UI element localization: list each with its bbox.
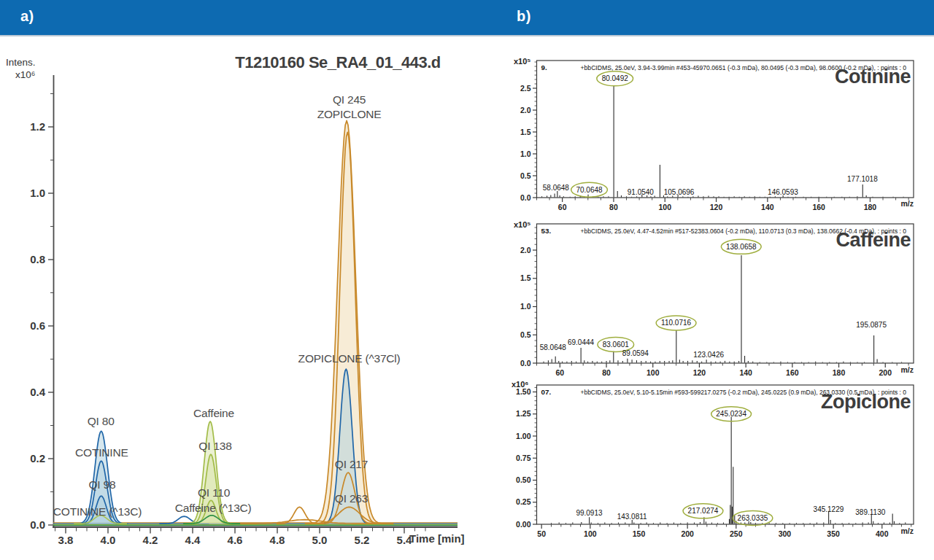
chrom-label-QI-263: QI 263 xyxy=(335,492,368,505)
chrom-label-COTININE-13C-: COTININE (^13C) xyxy=(53,505,142,518)
x-tick-label: 160 xyxy=(812,203,825,211)
chrom-label-ZOPICLONE: ZOPICLONE xyxy=(317,108,382,120)
y-axis-scale: x10⁶ xyxy=(15,69,35,80)
y-tick-label: 1.5 xyxy=(520,128,531,136)
ms-label-345.1229: 345.1229 xyxy=(814,505,844,513)
x-tick-label: 100 xyxy=(584,529,597,538)
y-tick-label: 0.0 xyxy=(520,193,531,202)
ms-label-58.0648: 58.0648 xyxy=(543,184,570,192)
ms-label-89.0594: 89.0594 xyxy=(622,349,649,357)
y-tick-label: 0.2 xyxy=(30,452,45,464)
peak-prepeak-4.9 xyxy=(277,507,323,524)
panel-b-label: b) xyxy=(517,8,531,25)
y-tick-label: 0.75 xyxy=(516,454,531,462)
ms-label-69.0444: 69.0444 xyxy=(568,338,595,346)
ms-label-195.0875: 195.0875 xyxy=(856,321,887,329)
spectrum-title-cotinine: Cotinine xyxy=(693,66,911,88)
x-tick-label: 200 xyxy=(681,529,694,538)
x-tick-label: 5.0 xyxy=(312,534,328,546)
ms-label-389.1130: 389.1130 xyxy=(855,508,885,516)
x-tick-label: 4.2 xyxy=(143,534,158,546)
y-tick-label: 2.5 xyxy=(520,84,531,93)
y-tick-label: 1.2 xyxy=(30,120,45,133)
y-tick-label: 0.0 xyxy=(520,359,531,368)
spectrum1-y-scale: x10⁵ xyxy=(514,57,531,66)
x-tick-label: 60 xyxy=(558,203,567,211)
y-tick-label: 1.5 xyxy=(520,273,531,282)
y-tick-label: 0.8 xyxy=(30,253,45,265)
spectrum-index-label: 53. xyxy=(541,227,552,235)
x-tick-label: 160 xyxy=(786,368,799,377)
chrom-label-ZOPICLONE-37Cl-: ZOPICLONE (^37Cl) xyxy=(298,352,401,365)
chrom-label-QI-245: QI 245 xyxy=(333,93,366,106)
x-tick-label: 100 xyxy=(658,203,671,211)
x-tick-label: 80 xyxy=(602,368,611,377)
x-tick-label: 3.8 xyxy=(58,534,74,546)
ms-label-217.0274: 217.0274 xyxy=(688,507,719,515)
y-tick-label: 2.0 xyxy=(520,246,531,254)
y-tick-label: 0.6 xyxy=(30,319,45,332)
ms-label-105.0696: 105.0696 xyxy=(664,188,695,196)
spectrum3-y-scale: x10⁶ xyxy=(512,380,528,389)
x-tick-label: 140 xyxy=(761,203,774,211)
ms-label-70.0648: 70.0648 xyxy=(576,186,603,194)
y-tick-label: 0.25 xyxy=(516,497,531,506)
x-tick-label: 180 xyxy=(833,368,846,377)
x-tick-label: 60 xyxy=(556,368,565,377)
y-tick-label: 1.0 xyxy=(520,302,531,311)
spectrum-index-label: 9. xyxy=(541,63,547,71)
x-tick-label: 4.8 xyxy=(270,534,285,546)
y-tick-label: 1.25 xyxy=(516,409,531,418)
chromatogram-panel: 0.00.20.40.60.81.01.23.84.04.24.44.64.85… xyxy=(30,75,458,546)
y-tick-label: 0.5 xyxy=(520,171,531,180)
ms-label-99.0913: 99.0913 xyxy=(576,509,603,517)
chrom-label-QI-80: QI 80 xyxy=(88,415,115,427)
x-axis-caption: Time [min] xyxy=(409,532,465,545)
chrom-label-QI-110: QI 110 xyxy=(198,486,231,499)
ms-label-146.0593: 146.0593 xyxy=(768,188,798,196)
x-tick-label: 120 xyxy=(710,203,723,211)
y-tick-label: 1.0 xyxy=(30,187,45,199)
panel-a-label: a) xyxy=(20,8,34,25)
y-tick-label: 1.0 xyxy=(520,149,531,158)
ms-label-83.0601: 83.0601 xyxy=(603,341,630,349)
x-tick-label: 350 xyxy=(827,529,840,538)
x-tick-label: 80 xyxy=(609,203,618,211)
spectrum1-x-caption: m/z xyxy=(884,199,914,208)
chrom-label-QI-98: QI 98 xyxy=(88,478,115,491)
x-tick-label: 250 xyxy=(730,529,743,538)
x-tick-label: 4.6 xyxy=(228,534,243,546)
ms-label-91.0540: 91.0540 xyxy=(628,188,655,196)
chrom-label-COTININE: COTININE xyxy=(75,446,128,459)
chrom-label-QI-217: QI 217 xyxy=(335,458,368,470)
y-tick-label: 0.00 xyxy=(516,520,531,529)
y-tick-label: 0.5 xyxy=(520,330,531,339)
y-tick-label: 2.0 xyxy=(520,106,531,114)
x-tick-label: 5.2 xyxy=(355,534,370,546)
chrom-label-QI-138: QI 138 xyxy=(198,440,231,452)
x-tick-label: 100 xyxy=(647,368,660,377)
ms-label-123.0426: 123.0426 xyxy=(693,351,724,359)
ms-label-143.0811: 143.0811 xyxy=(617,513,647,521)
spectrum2-y-scale: x10⁵ xyxy=(514,220,531,229)
spectrum-title-caffeine: Caffeine xyxy=(693,229,911,252)
spectrum3-x-caption: m/z xyxy=(884,526,914,535)
y-tick-label: 1.00 xyxy=(516,432,531,440)
ms-label-80.0492: 80.0492 xyxy=(602,74,629,82)
x-tick-label: 4.0 xyxy=(101,534,116,546)
ms-label-58.0648: 58.0648 xyxy=(540,343,567,351)
x-tick-label: 50 xyxy=(537,529,546,538)
spectrum-index-label: 07. xyxy=(541,388,552,396)
x-tick-label: 150 xyxy=(633,529,646,538)
x-tick-label: 4.4 xyxy=(185,534,201,546)
ms-label-263.0335: 263.0335 xyxy=(738,514,768,522)
ms-label-110.0716: 110.0716 xyxy=(661,319,691,327)
x-tick-label: 180 xyxy=(864,203,877,211)
chromatogram-title: T1210160 Se_RA4_01_443.d xyxy=(175,53,501,72)
x-tick-label: 300 xyxy=(779,529,792,538)
y-tick-label: 0.50 xyxy=(516,475,531,484)
x-tick-label: 120 xyxy=(693,368,706,377)
y-tick-label: 0.0 xyxy=(30,518,45,531)
y-axis-caption: Intens. xyxy=(6,57,36,68)
x-tick-label: 140 xyxy=(739,368,752,377)
